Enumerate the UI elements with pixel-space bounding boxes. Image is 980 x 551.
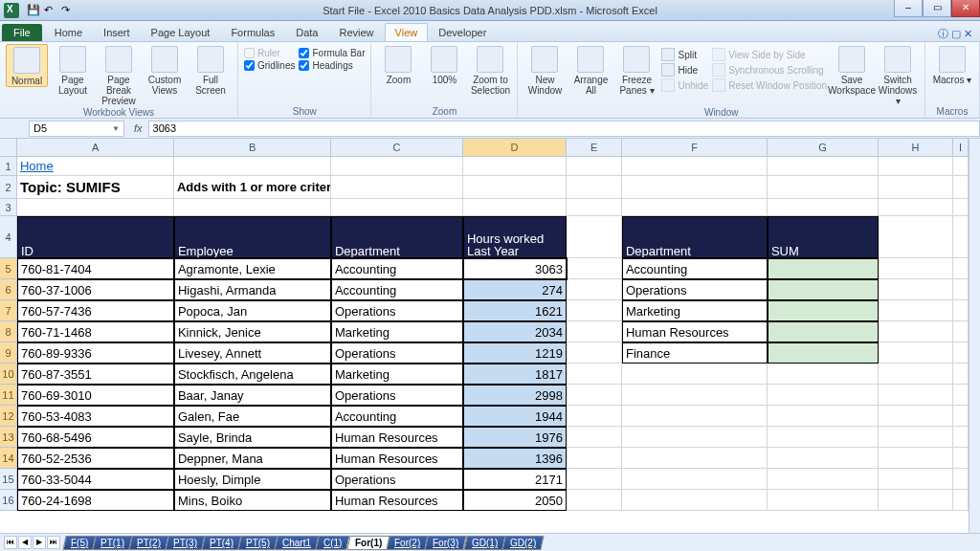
cell[interactable] [463,199,567,216]
full-screen-button[interactable]: Full Screen [189,44,232,96]
cell[interactable] [879,157,953,176]
cell[interactable] [879,364,953,385]
zoom-100-button[interactable]: 100% [423,44,465,85]
cell-hours[interactable]: 1219 [463,342,567,364]
col-G[interactable]: G [768,139,879,157]
cell-summary-dept[interactable]: Finance [622,342,768,364]
cell[interactable] [768,176,879,199]
select-all-button[interactable] [0,139,17,157]
freeze-panes-button[interactable]: Freeze Panes ▾ [615,44,657,96]
cell-employee[interactable]: Livesey, Annett [174,342,331,364]
cell-summary-dept[interactable]: Marketing [622,300,768,321]
cell[interactable] [622,176,768,199]
cell-employee[interactable]: Higashi, Armanda [174,279,331,300]
cell-hours[interactable]: 1817 [463,364,567,385]
cell-sum[interactable] [768,300,879,321]
cell[interactable] [953,406,969,427]
cell[interactable] [567,216,622,258]
cell[interactable] [567,199,622,216]
zoom-button[interactable]: Zoom [377,44,419,85]
sheet-tab-PT(2)[interactable]: PT(2) [129,536,169,550]
sheet-tab-PT(3)[interactable]: PT(3) [166,536,206,550]
cell[interactable] [953,427,969,448]
cell[interactable] [953,157,969,176]
cell[interactable] [331,157,463,176]
tab-next-icon[interactable]: ▶ [33,536,46,549]
tab-data[interactable]: Data [285,23,328,41]
cell[interactable] [567,176,622,199]
chevron-down-icon[interactable]: ▼ [112,124,120,133]
row-8[interactable]: 8 [0,321,17,342]
cell-id[interactable]: 760-87-3551 [17,364,174,385]
cell-dept[interactable]: Human Resources [331,448,463,469]
tab-first-icon[interactable]: ⏮ [4,536,17,549]
cell[interactable] [879,176,953,199]
cell-dept[interactable]: Accounting [331,258,463,279]
header-department[interactable]: Department [331,216,463,258]
cell-hours[interactable]: 274 [463,279,567,300]
cell[interactable] [879,406,953,427]
topic-title[interactable]: Topic: SUMIFS [17,176,174,199]
cell-id[interactable]: 760-71-1468 [17,321,174,342]
cell[interactable] [567,258,622,279]
cell[interactable] [953,448,969,469]
cell-grid[interactable]: HomeTopic: SUMIFSAdds with 1 or more cri… [17,157,969,533]
cell-dept[interactable]: Marketing [331,364,463,385]
switch-windows-button[interactable]: Switch Windows ▾ [877,44,919,106]
cell[interactable] [879,490,953,511]
cell-sum[interactable] [768,342,879,364]
cell[interactable] [879,469,953,490]
cell-hours[interactable]: 1396 [463,448,567,469]
row-1[interactable]: 1 [0,157,17,176]
cell[interactable] [567,448,622,469]
row-2[interactable]: 2 [0,176,17,199]
cell-employee[interactable]: Stockfisch, Angelena [174,364,331,385]
cell[interactable] [953,385,969,406]
cell-dept[interactable]: Human Resources [331,490,463,511]
page-layout-button[interactable]: Page Layout [52,44,94,96]
cell-summary-dept[interactable] [622,469,768,490]
custom-views-button[interactable]: Custom Views [144,44,186,96]
cell[interactable] [463,176,567,199]
cell-sum[interactable] [768,448,879,469]
cell[interactable] [567,279,622,300]
row-12[interactable]: 12 [0,406,17,427]
header-employee[interactable]: Employee [174,216,331,258]
sheet-tab-PT(4)[interactable]: PT(4) [202,536,242,550]
home-link[interactable]: Home [17,157,174,176]
tab-developer[interactable]: Developer [428,23,497,41]
cell-employee[interactable]: Sayle, Brinda [174,427,331,448]
tab-last-icon[interactable]: ⏭ [47,536,60,549]
subtitle[interactable]: Adds with 1 or more criteria [174,176,331,199]
cell-sum[interactable] [768,427,879,448]
cell-hours[interactable]: 1944 [463,406,567,427]
cell-employee[interactable]: Baar, Janay [174,385,331,406]
row-11[interactable]: 11 [0,385,17,406]
cell[interactable] [879,448,953,469]
cell[interactable] [567,406,622,427]
row-5[interactable]: 5 [0,258,17,279]
redo-icon[interactable]: ↷ [61,4,75,17]
sheet-tab-F(5)[interactable]: F(5) [62,536,97,550]
cell[interactable] [17,199,174,216]
col-C[interactable]: C [331,139,463,157]
cell-summary-dept[interactable]: Accounting [622,258,768,279]
undo-icon[interactable]: ↶ [44,4,57,17]
col-I[interactable]: I [953,139,969,157]
cell-summary-dept[interactable] [622,490,768,511]
tab-home[interactable]: Home [44,23,93,41]
minimize-button[interactable]: – [894,0,923,17]
row-13[interactable]: 13 [0,427,17,448]
cell[interactable] [953,321,969,342]
cell[interactable] [768,157,879,176]
cell-id[interactable]: 760-57-7436 [17,300,174,321]
row-3[interactable]: 3 [0,199,17,216]
cell-id[interactable]: 760-69-3010 [17,385,174,406]
split-button[interactable]: Split [661,48,708,61]
cell-summary-dept[interactable] [622,406,768,427]
col-A[interactable]: A [17,139,174,157]
col-E[interactable]: E [567,139,622,157]
sheet-tab-GD(1)[interactable]: GD(1) [463,536,505,550]
close-button[interactable]: ✕ [951,0,980,17]
cell[interactable] [567,385,622,406]
